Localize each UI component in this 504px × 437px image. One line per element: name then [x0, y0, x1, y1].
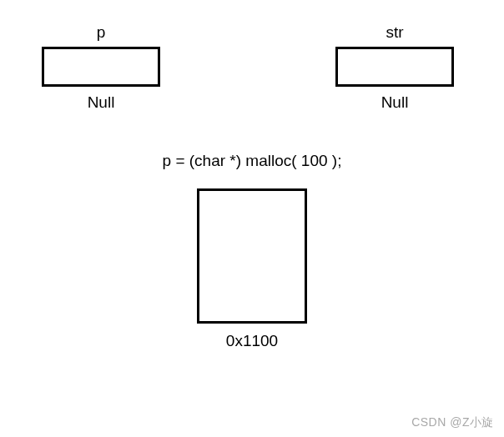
allocated-memory-block: 0x1100 [0, 188, 504, 350]
pointer-p-name: p [97, 23, 106, 42]
pointer-p-block: p Null [42, 23, 160, 112]
pointer-str-name: str [386, 23, 403, 42]
pointer-str-box [335, 47, 454, 87]
malloc-code-line: p = (char *) malloc( 100 ); [0, 152, 504, 170]
pointer-p-value: Null [88, 93, 115, 112]
allocated-memory-address: 0x1100 [226, 332, 278, 350]
pointer-variables-row: p Null str Null [0, 0, 504, 112]
pointer-str-block: str Null [335, 23, 454, 112]
pointer-p-box [42, 47, 160, 87]
pointer-str-value: Null [381, 93, 409, 112]
watermark-text: CSDN @Z小旋 [411, 415, 494, 430]
allocated-memory-box [197, 188, 307, 324]
